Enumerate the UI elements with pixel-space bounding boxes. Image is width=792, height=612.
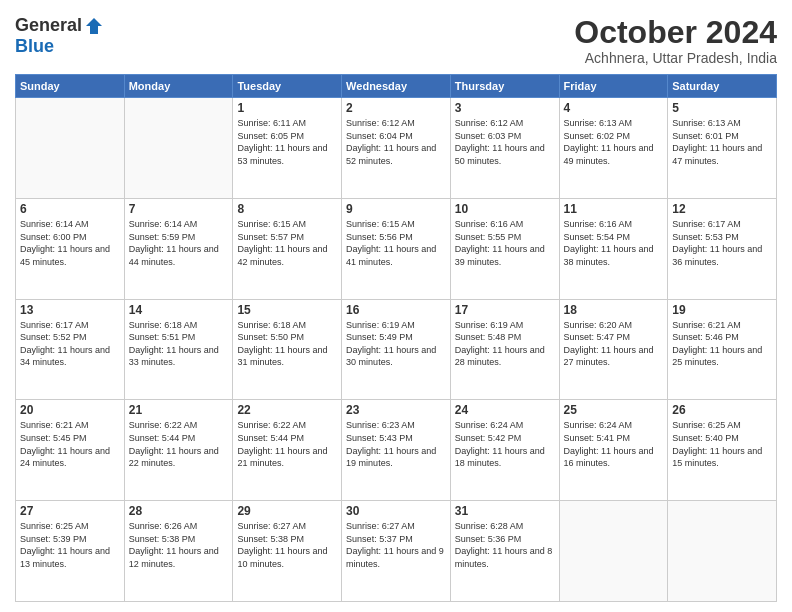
table-row: 16 Sunrise: 6:19 AM Sunset: 5:49 PM Dayl…	[342, 299, 451, 400]
header-friday: Friday	[559, 75, 668, 98]
page: General Blue October 2024 Achhnera, Utta…	[0, 0, 792, 612]
day-number: 4	[564, 101, 664, 115]
calendar-row: 13 Sunrise: 6:17 AM Sunset: 5:52 PM Dayl…	[16, 299, 777, 400]
table-row	[559, 501, 668, 602]
day-number: 25	[564, 403, 664, 417]
svg-marker-0	[86, 18, 102, 34]
day-info: Sunrise: 6:27 AM Sunset: 5:38 PM Dayligh…	[237, 520, 337, 570]
day-number: 26	[672, 403, 772, 417]
title-section: October 2024 Achhnera, Uttar Pradesh, In…	[574, 15, 777, 66]
day-number: 11	[564, 202, 664, 216]
table-row: 6 Sunrise: 6:14 AM Sunset: 6:00 PM Dayli…	[16, 198, 125, 299]
table-row	[124, 98, 233, 199]
day-number: 30	[346, 504, 446, 518]
day-info: Sunrise: 6:11 AM Sunset: 6:05 PM Dayligh…	[237, 117, 337, 167]
day-info: Sunrise: 6:23 AM Sunset: 5:43 PM Dayligh…	[346, 419, 446, 469]
day-info: Sunrise: 6:27 AM Sunset: 5:37 PM Dayligh…	[346, 520, 446, 570]
day-info: Sunrise: 6:19 AM Sunset: 5:48 PM Dayligh…	[455, 319, 555, 369]
day-number: 9	[346, 202, 446, 216]
day-info: Sunrise: 6:28 AM Sunset: 5:36 PM Dayligh…	[455, 520, 555, 570]
day-number: 23	[346, 403, 446, 417]
day-number: 20	[20, 403, 120, 417]
table-row	[668, 501, 777, 602]
day-info: Sunrise: 6:14 AM Sunset: 6:00 PM Dayligh…	[20, 218, 120, 268]
table-row: 11 Sunrise: 6:16 AM Sunset: 5:54 PM Dayl…	[559, 198, 668, 299]
day-number: 5	[672, 101, 772, 115]
table-row: 12 Sunrise: 6:17 AM Sunset: 5:53 PM Dayl…	[668, 198, 777, 299]
day-number: 14	[129, 303, 229, 317]
day-info: Sunrise: 6:15 AM Sunset: 5:57 PM Dayligh…	[237, 218, 337, 268]
header-sunday: Sunday	[16, 75, 125, 98]
table-row: 24 Sunrise: 6:24 AM Sunset: 5:42 PM Dayl…	[450, 400, 559, 501]
table-row: 27 Sunrise: 6:25 AM Sunset: 5:39 PM Dayl…	[16, 501, 125, 602]
day-number: 24	[455, 403, 555, 417]
day-info: Sunrise: 6:25 AM Sunset: 5:40 PM Dayligh…	[672, 419, 772, 469]
day-number: 2	[346, 101, 446, 115]
table-row: 23 Sunrise: 6:23 AM Sunset: 5:43 PM Dayl…	[342, 400, 451, 501]
table-row: 7 Sunrise: 6:14 AM Sunset: 5:59 PM Dayli…	[124, 198, 233, 299]
day-info: Sunrise: 6:24 AM Sunset: 5:41 PM Dayligh…	[564, 419, 664, 469]
table-row: 13 Sunrise: 6:17 AM Sunset: 5:52 PM Dayl…	[16, 299, 125, 400]
day-info: Sunrise: 6:17 AM Sunset: 5:52 PM Dayligh…	[20, 319, 120, 369]
day-info: Sunrise: 6:12 AM Sunset: 6:03 PM Dayligh…	[455, 117, 555, 167]
day-info: Sunrise: 6:21 AM Sunset: 5:45 PM Dayligh…	[20, 419, 120, 469]
table-row: 28 Sunrise: 6:26 AM Sunset: 5:38 PM Dayl…	[124, 501, 233, 602]
day-info: Sunrise: 6:18 AM Sunset: 5:51 PM Dayligh…	[129, 319, 229, 369]
day-number: 1	[237, 101, 337, 115]
day-number: 18	[564, 303, 664, 317]
day-number: 27	[20, 504, 120, 518]
table-row: 10 Sunrise: 6:16 AM Sunset: 5:55 PM Dayl…	[450, 198, 559, 299]
day-info: Sunrise: 6:22 AM Sunset: 5:44 PM Dayligh…	[129, 419, 229, 469]
month-title: October 2024	[574, 15, 777, 50]
table-row: 21 Sunrise: 6:22 AM Sunset: 5:44 PM Dayl…	[124, 400, 233, 501]
table-row: 25 Sunrise: 6:24 AM Sunset: 5:41 PM Dayl…	[559, 400, 668, 501]
table-row: 3 Sunrise: 6:12 AM Sunset: 6:03 PM Dayli…	[450, 98, 559, 199]
day-number: 13	[20, 303, 120, 317]
table-row: 29 Sunrise: 6:27 AM Sunset: 5:38 PM Dayl…	[233, 501, 342, 602]
day-info: Sunrise: 6:21 AM Sunset: 5:46 PM Dayligh…	[672, 319, 772, 369]
day-number: 12	[672, 202, 772, 216]
table-row: 20 Sunrise: 6:21 AM Sunset: 5:45 PM Dayl…	[16, 400, 125, 501]
day-number: 8	[237, 202, 337, 216]
day-number: 16	[346, 303, 446, 317]
day-number: 6	[20, 202, 120, 216]
day-number: 10	[455, 202, 555, 216]
day-number: 21	[129, 403, 229, 417]
logo-blue-text: Blue	[15, 36, 54, 57]
table-row: 15 Sunrise: 6:18 AM Sunset: 5:50 PM Dayl…	[233, 299, 342, 400]
header-wednesday: Wednesday	[342, 75, 451, 98]
day-info: Sunrise: 6:25 AM Sunset: 5:39 PM Dayligh…	[20, 520, 120, 570]
header-monday: Monday	[124, 75, 233, 98]
day-info: Sunrise: 6:15 AM Sunset: 5:56 PM Dayligh…	[346, 218, 446, 268]
table-row: 30 Sunrise: 6:27 AM Sunset: 5:37 PM Dayl…	[342, 501, 451, 602]
calendar-table: Sunday Monday Tuesday Wednesday Thursday…	[15, 74, 777, 602]
calendar-row: 6 Sunrise: 6:14 AM Sunset: 6:00 PM Dayli…	[16, 198, 777, 299]
day-info: Sunrise: 6:19 AM Sunset: 5:49 PM Dayligh…	[346, 319, 446, 369]
calendar-row: 27 Sunrise: 6:25 AM Sunset: 5:39 PM Dayl…	[16, 501, 777, 602]
table-row: 18 Sunrise: 6:20 AM Sunset: 5:47 PM Dayl…	[559, 299, 668, 400]
table-row: 22 Sunrise: 6:22 AM Sunset: 5:44 PM Dayl…	[233, 400, 342, 501]
table-row: 26 Sunrise: 6:25 AM Sunset: 5:40 PM Dayl…	[668, 400, 777, 501]
day-info: Sunrise: 6:16 AM Sunset: 5:55 PM Dayligh…	[455, 218, 555, 268]
table-row: 19 Sunrise: 6:21 AM Sunset: 5:46 PM Dayl…	[668, 299, 777, 400]
header: General Blue October 2024 Achhnera, Utta…	[15, 15, 777, 66]
table-row: 14 Sunrise: 6:18 AM Sunset: 5:51 PM Dayl…	[124, 299, 233, 400]
table-row: 9 Sunrise: 6:15 AM Sunset: 5:56 PM Dayli…	[342, 198, 451, 299]
table-row	[16, 98, 125, 199]
location: Achhnera, Uttar Pradesh, India	[574, 50, 777, 66]
day-number: 28	[129, 504, 229, 518]
day-info: Sunrise: 6:12 AM Sunset: 6:04 PM Dayligh…	[346, 117, 446, 167]
table-row: 4 Sunrise: 6:13 AM Sunset: 6:02 PM Dayli…	[559, 98, 668, 199]
calendar-header-row: Sunday Monday Tuesday Wednesday Thursday…	[16, 75, 777, 98]
day-number: 17	[455, 303, 555, 317]
day-info: Sunrise: 6:26 AM Sunset: 5:38 PM Dayligh…	[129, 520, 229, 570]
day-number: 7	[129, 202, 229, 216]
table-row: 1 Sunrise: 6:11 AM Sunset: 6:05 PM Dayli…	[233, 98, 342, 199]
header-thursday: Thursday	[450, 75, 559, 98]
logo: General Blue	[15, 15, 104, 57]
day-info: Sunrise: 6:16 AM Sunset: 5:54 PM Dayligh…	[564, 218, 664, 268]
calendar-row: 20 Sunrise: 6:21 AM Sunset: 5:45 PM Dayl…	[16, 400, 777, 501]
day-number: 15	[237, 303, 337, 317]
day-info: Sunrise: 6:14 AM Sunset: 5:59 PM Dayligh…	[129, 218, 229, 268]
day-number: 31	[455, 504, 555, 518]
